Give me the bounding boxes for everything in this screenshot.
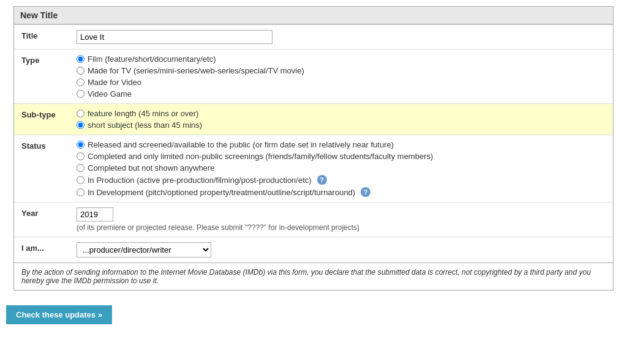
iam-select[interactable]: ...producer/director/writer ...actor ...… bbox=[77, 242, 211, 258]
title-cell bbox=[69, 25, 613, 50]
type-option-tv[interactable]: Made for TV (series/mini-series/web-seri… bbox=[77, 66, 606, 75]
status-production-label: In Production (active pre-production/fil… bbox=[88, 176, 312, 185]
status-option-limited[interactable]: Completed and only limited non-public sc… bbox=[77, 152, 606, 161]
development-help-icon[interactable]: ? bbox=[361, 187, 370, 197]
production-help-icon[interactable]: ? bbox=[317, 175, 327, 185]
year-row: Year (of its premiere or projected relea… bbox=[14, 202, 613, 237]
year-cell: (of its premiere or projected release. P… bbox=[69, 202, 613, 237]
type-radio-tv[interactable] bbox=[77, 67, 84, 75]
new-title-form: New Title Title Type Film (feature/short… bbox=[13, 6, 614, 291]
type-game-label: Video Game bbox=[88, 89, 132, 98]
subtype-row: Sub-type feature length (45 mins or over… bbox=[14, 104, 613, 135]
type-cell: Film (feature/short/documentary/etc) Mad… bbox=[69, 50, 613, 104]
status-radio-released[interactable] bbox=[77, 141, 84, 149]
year-label: Year bbox=[14, 202, 69, 237]
subtype-option-feature[interactable]: feature length (45 mins or over) bbox=[77, 109, 606, 118]
disclaimer: By the action of sending information to … bbox=[14, 262, 613, 290]
status-cell: Released and screened/available to the p… bbox=[69, 135, 613, 202]
subtype-radio-short[interactable] bbox=[77, 121, 84, 129]
type-radio-film[interactable] bbox=[77, 55, 84, 63]
status-limited-label: Completed and only limited non-public sc… bbox=[88, 152, 433, 161]
iam-cell: ...producer/director/writer ...actor ...… bbox=[69, 237, 613, 263]
type-option-video[interactable]: Made for Video bbox=[77, 78, 606, 87]
subtype-short-label: short subject (less than 45 mins) bbox=[88, 121, 202, 130]
status-radio-development[interactable] bbox=[77, 188, 84, 196]
title-row: Title bbox=[14, 25, 613, 50]
year-hint: (of its premiere or projected release. P… bbox=[77, 223, 606, 232]
iam-label: I am... bbox=[14, 237, 69, 263]
status-option-production[interactable]: In Production (active pre-production/fil… bbox=[77, 175, 606, 185]
status-development-label: In Development (pitch/optioned property/… bbox=[88, 188, 355, 197]
subtype-radio-group: feature length (45 mins or over) short s… bbox=[77, 109, 606, 130]
status-option-development[interactable]: In Development (pitch/optioned property/… bbox=[77, 187, 606, 197]
status-radio-production[interactable] bbox=[77, 176, 84, 184]
subtype-feature-label: feature length (45 mins or over) bbox=[88, 109, 198, 118]
title-label: Title bbox=[14, 25, 69, 50]
type-radio-group: Film (feature/short/documentary/etc) Mad… bbox=[77, 54, 606, 98]
subtype-option-short[interactable]: short subject (less than 45 mins) bbox=[77, 121, 606, 130]
form-title: New Title bbox=[14, 7, 613, 24]
type-option-game[interactable]: Video Game bbox=[77, 89, 606, 98]
status-row: Status Released and screened/available t… bbox=[14, 135, 613, 202]
status-option-notshown[interactable]: Completed but not shown anywhere bbox=[77, 163, 606, 173]
type-video-label: Made for Video bbox=[88, 78, 141, 87]
subtype-radio-feature[interactable] bbox=[77, 110, 84, 117]
subtype-label: Sub-type bbox=[14, 104, 69, 135]
status-option-released[interactable]: Released and screened/available to the p… bbox=[77, 140, 606, 149]
title-input[interactable] bbox=[77, 30, 272, 44]
status-label: Status bbox=[14, 135, 69, 202]
type-radio-game[interactable] bbox=[77, 90, 84, 98]
status-released-label: Released and screened/available to the p… bbox=[88, 140, 394, 149]
check-updates-button[interactable]: Check these updates » bbox=[6, 305, 112, 324]
status-radio-limited[interactable] bbox=[77, 152, 84, 160]
type-option-film[interactable]: Film (feature/short/documentary/etc) bbox=[77, 54, 606, 64]
status-radio-notshown[interactable] bbox=[77, 164, 84, 172]
iam-row: I am... ...producer/director/writer ...a… bbox=[14, 237, 613, 263]
type-label: Type bbox=[14, 50, 69, 104]
type-film-label: Film (feature/short/documentary/etc) bbox=[88, 54, 216, 64]
type-tv-label: Made for TV (series/mini-series/web-seri… bbox=[88, 66, 304, 75]
subtype-cell: feature length (45 mins or over) short s… bbox=[69, 104, 613, 135]
status-notshown-label: Completed but not shown anywhere bbox=[88, 163, 214, 173]
type-row: Type Film (feature/short/documentary/etc… bbox=[14, 50, 613, 104]
type-radio-video[interactable] bbox=[77, 78, 84, 86]
status-radio-group: Released and screened/available to the p… bbox=[77, 140, 606, 197]
year-input[interactable] bbox=[77, 207, 113, 221]
